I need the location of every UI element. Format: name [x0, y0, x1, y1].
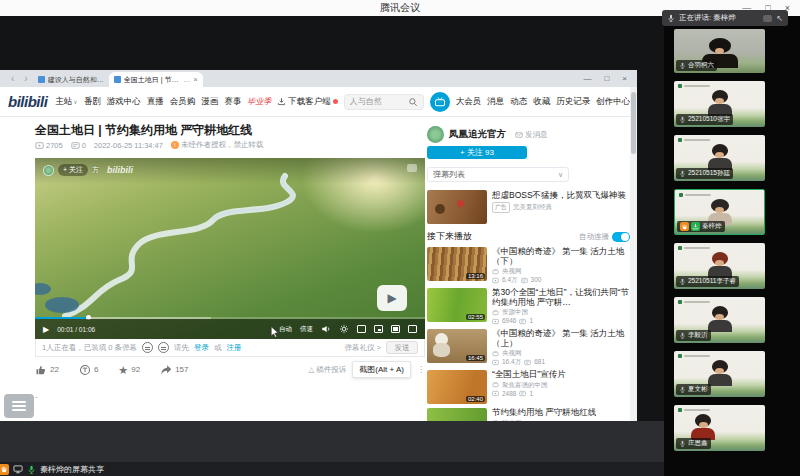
browser-tab-1[interactable]: 建设人与自然和谐共生的现代化 [33, 72, 109, 87]
promo-badge[interactable]: 毕业季 [247, 96, 271, 107]
nav-live[interactable]: 直播 [147, 96, 164, 108]
login-link[interactable]: 登录 [194, 343, 209, 353]
mic-muted-icon [679, 278, 686, 285]
video-thumbnail[interactable]: 13:16 [427, 247, 487, 281]
danmaku-font-icon[interactable] [158, 342, 169, 353]
big-play-button[interactable]: ▶ [377, 285, 407, 311]
bilibili-header: bilibili 主站∨ 番剧 游戏中心 直播 会员购 漫画 赛事 毕业季 下载… [0, 87, 637, 117]
link-messages[interactable]: 消息 [487, 96, 504, 108]
uploader-avatar[interactable] [43, 165, 54, 176]
bilibili-page: bilibili 主站∨ 番剧 游戏中心 直播 会员购 漫画 赛事 毕业季 下载… [0, 87, 637, 421]
scrollbar-thumb[interactable] [631, 92, 636, 154]
page-scrollbar[interactable] [630, 87, 637, 421]
play-count-icon [492, 359, 499, 366]
link-vip[interactable]: 大会员 [456, 96, 482, 108]
uploader-icon [492, 268, 499, 275]
danmaku-etiquette-link[interactable]: 弹幕礼仪 > [345, 343, 381, 353]
player-follow-button[interactable]: + 关注 [58, 164, 88, 176]
link-favorites[interactable]: 收藏 [533, 96, 550, 108]
play-button[interactable]: ▶ [43, 325, 49, 334]
chevron-down-icon: ∨ [558, 171, 563, 179]
nav-comic[interactable]: 漫画 [201, 96, 218, 108]
screenshot-tooltip[interactable]: 截图(Alt + A) [352, 361, 411, 378]
danmaku-list-float-button[interactable] [4, 394, 34, 418]
autoplay-toggle[interactable] [612, 232, 630, 242]
danmaku-list-panel[interactable]: 弹幕列表 ∨ [427, 167, 569, 182]
participant-tile[interactable]: 合羽桐六 [674, 29, 765, 73]
virtual-background-logo [678, 138, 710, 142]
ad-title[interactable]: 想虐BOSS不猛揍，比翼双飞爆神装 [492, 190, 626, 200]
browser-restore-button[interactable]: □ [604, 74, 609, 83]
browser-forward-icon[interactable]: › [19, 73, 32, 84]
duration-badge: 02:55 [466, 314, 485, 320]
user-avatar[interactable] [430, 92, 450, 112]
uploader-name[interactable]: 凤凰追光官方 [449, 128, 506, 141]
fullscreen-icon[interactable] [408, 325, 417, 333]
participant-tile[interactable]: 庄思鑫 [674, 405, 765, 451]
participant-tile[interactable]: 25210515孙廷 [674, 135, 765, 181]
participant-tile[interactable]: 25210511李子睿 [674, 243, 765, 289]
ad-thumbnail[interactable] [427, 190, 487, 224]
related-video-item[interactable]: 13:16 《中国粮的奇迹》 第一集 活力土地（下） 央视网 6.4万 300 [427, 247, 630, 284]
follow-button[interactable]: + 关注 93 [427, 146, 527, 159]
nav-esports[interactable]: 赛事 [224, 96, 241, 108]
more-menu-icon[interactable]: ⋮ [417, 365, 425, 374]
send-message-link[interactable]: 发消息 [515, 130, 548, 140]
register-link[interactable]: 注册 [227, 343, 242, 353]
participant-tile[interactable]: 夏文彬 [674, 351, 765, 397]
video-thumbnail[interactable]: 02:55 [427, 288, 487, 322]
link-history[interactable]: 历史记录 [556, 96, 590, 108]
related-video-item[interactable]: 16:45 《中国粮的奇迹》 第一集 活力土地（上） 央视网 16.4万 681 [427, 329, 630, 366]
search-input[interactable]: 人与自然 [344, 94, 424, 110]
participant-tile[interactable]: 25210510张宇 [674, 81, 765, 127]
favorite-button[interactable]: ★ 92 [118, 365, 140, 374]
link-creator-center[interactable]: 创作中心 [596, 96, 630, 108]
widescreen-icon[interactable] [374, 325, 383, 333]
search-icon[interactable] [408, 97, 418, 107]
link-feed[interactable]: 动态 [510, 96, 527, 108]
tab-close-icon[interactable]: × [194, 76, 198, 83]
uploader-avatar[interactable] [427, 126, 444, 143]
related-video-item[interactable]: 节约集约用地 严守耕地红线 矿业界 [427, 408, 630, 421]
danmaku-settings-icon[interactable] [339, 324, 349, 334]
web-fullscreen-icon[interactable] [391, 325, 400, 333]
browser-close-button[interactable]: × [622, 74, 627, 83]
share-button[interactable]: 157 [160, 364, 188, 376]
video-thumbnail[interactable]: 02:40 [427, 370, 487, 404]
download-client-link[interactable]: 下载客户端 [277, 96, 338, 108]
browser-back-icon[interactable]: ‹ [6, 73, 19, 84]
mic-muted-icon [679, 116, 686, 123]
related-video-item[interactable]: 02:40 “全国土地日”宣传片 聚焦富强的中国 2488 1 [427, 370, 630, 404]
player-corner-icon[interactable] [407, 164, 417, 172]
participant-name: 25210510张宇 [688, 115, 730, 124]
browser-minimize-button[interactable]: — [583, 74, 591, 83]
nav-anime[interactable]: 番剧 [84, 96, 101, 108]
video-thumbnail[interactable] [427, 408, 487, 421]
scene-river [35, 158, 425, 319]
danmaku-style-icon[interactable] [142, 342, 153, 353]
share-status-bar: 秦梓烨的屏幕共享 [0, 462, 664, 476]
like-button[interactable]: 22 [35, 364, 59, 376]
report-link[interactable]: △ 稿件投诉 [309, 365, 347, 375]
ad-item[interactable]: 想虐BOSS不猛揍，比翼双飞爆神装 广告 完美复刻经典 [427, 190, 630, 224]
nav-main[interactable]: 主站∨ [55, 96, 77, 108]
coin-button[interactable]: 6 [79, 364, 98, 376]
video-thumbnail[interactable]: 16:45 [427, 329, 487, 363]
nav-game-center[interactable]: 游戏中心 [107, 96, 141, 108]
video-player[interactable]: + 关注 方 bilibili ▶ ▶ 00 [35, 158, 425, 339]
related-video-item[interactable]: 02:55 第30个全国“土地日”，让我们共同“节约集约用地 严守耕… 资源中国… [427, 288, 630, 325]
volume-icon[interactable] [321, 324, 331, 334]
speed-button[interactable]: 倍速 [300, 325, 313, 334]
nav-shop[interactable]: 会员购 [170, 96, 196, 108]
danmaku-count-icon [524, 359, 531, 366]
participant-tile-speaking[interactable]: 秦梓烨 [674, 189, 765, 235]
participant-tile[interactable]: 李毅沂 [674, 297, 765, 343]
collapse-sidebar-icon[interactable]: ↖ [776, 14, 783, 23]
bilibili-logo[interactable]: bilibili [8, 93, 47, 110]
browser-tab-2-active[interactable]: 全国土地日 | 节约集约… … × [109, 72, 203, 87]
send-danmaku-button[interactable]: 发送 [386, 341, 418, 354]
shared-browser-window: ‹ › 建设人与自然和谐共生的现代化 全国土地日 | 节约集约… … × — □… [0, 70, 637, 421]
pip-icon[interactable] [357, 325, 366, 333]
tab-more-icon[interactable]: … [184, 76, 191, 83]
report-icon: △ [309, 365, 315, 374]
